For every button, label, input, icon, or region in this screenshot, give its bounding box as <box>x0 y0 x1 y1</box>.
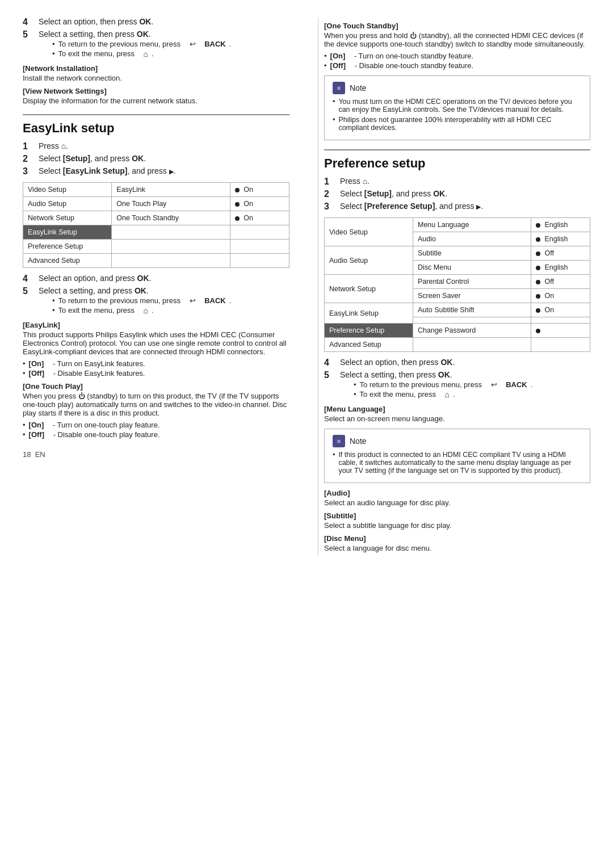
easylink-text: This product supports Philips Easylink w… <box>23 330 289 356</box>
easylink-off: [Off] - Disable EasyLink features. <box>23 369 289 378</box>
pref-step2-num: 2 <box>324 189 335 199</box>
home-icon <box>144 49 148 58</box>
table-row: Network Setup Parental Control Off <box>325 275 590 289</box>
home-icon-2 <box>61 141 66 150</box>
disc-menu-label: [Disc Menu] <box>324 534 590 543</box>
sub-step-back-2: To return to the previous menu, press BA… <box>52 296 289 305</box>
audio-label: [Audio] <box>324 489 590 497</box>
preference-menu-table: Video Setup Menu Language English Audio … <box>324 217 590 352</box>
sub-steps-2: To return to the previous menu, press BA… <box>52 296 289 315</box>
network-installation-text: Install the network connection. <box>23 74 289 82</box>
table-row: Audio Setup Subtitle Off <box>325 246 590 261</box>
table-row: Network Setup One Touch Standby On <box>23 211 289 225</box>
menu-language-label: [Menu Language] <box>324 405 590 413</box>
arrow-right-icon <box>169 166 174 175</box>
view-network-text: Display the information for the current … <box>23 97 289 105</box>
el-step1-num: 1 <box>23 141 34 152</box>
divider-easylink <box>23 114 289 115</box>
easylink-options: [On] - Turn on EasyLink features. [Off] … <box>23 359 289 378</box>
sub-step-home-pref: To exit the menu, press . <box>354 390 590 399</box>
right-column: [One Touch Standby] When you press and h… <box>318 17 590 556</box>
table-row: Preference Setup Change Password <box>325 324 590 338</box>
easylink-steps2: 4 Select an option, and press OK. 5 Sele… <box>23 274 289 316</box>
arrow-right-icon-2 <box>476 202 481 211</box>
table-row: Advanced Setup <box>325 338 590 352</box>
pref2-step5-num: 5 <box>324 370 335 400</box>
note-item: You must turn on the HDMI CEC operations… <box>333 98 582 114</box>
note-icon-2: ≡ <box>333 435 345 447</box>
one-touch-play-options: [On] - Turn on one-touch play feature. [… <box>23 421 289 439</box>
one-touch-play-label: [One Touch Play] <box>23 382 289 391</box>
left-column: 4 Select an option, then press OK. 5 Sel… <box>23 17 295 556</box>
ots-label: [One Touch Standby] <box>324 22 590 30</box>
otp-on: [On] - Turn on one-touch play feature. <box>23 421 289 429</box>
pref2-step4-num: 4 <box>324 358 335 368</box>
power-icon <box>78 392 85 400</box>
note-list-1: You must turn on the HDMI CEC operations… <box>333 98 582 132</box>
home-icon-3 <box>144 306 148 315</box>
back-icon-4 <box>491 380 497 389</box>
el2-step5-num: 5 <box>23 286 34 316</box>
preference-title: Preference setup <box>324 156 590 171</box>
easylink-label: [EasyLink] <box>23 321 289 329</box>
easylink-menu-table: Video Setup EasyLink On Audio Setup One … <box>23 182 289 268</box>
table-row: EasyLink Setup <box>23 225 289 240</box>
note-item: Philips does not guarantee 100% interope… <box>333 116 582 132</box>
view-network-label: [View Network Settings] <box>23 87 289 95</box>
ots-on: [On] - Turn on one-touch standby feature… <box>324 52 590 60</box>
el2-step4-num: 4 <box>23 274 34 284</box>
note-box-2: ≡ Note If this product is connected to a… <box>324 429 590 483</box>
ots-off: [Off] - Disable one-touch standby featur… <box>324 61 590 70</box>
home-icon-4 <box>363 177 367 186</box>
one-touch-play-text: When you press (standby) to turn on this… <box>23 392 289 417</box>
sub-step-back: To return to the previous menu, press BA… <box>52 40 289 48</box>
preference-steps: 1 Press . 2 Select [Setup], and press OK… <box>324 177 590 212</box>
subtitle-text: Select a subtitle language for disc play… <box>324 521 590 530</box>
sub-step-home-2: To exit the menu, press . <box>52 306 289 315</box>
power-icon-2 <box>410 31 417 40</box>
back-icon <box>190 40 196 48</box>
ots-text: When you press and hold (standby), all t… <box>324 31 590 48</box>
page-number: 18 EN <box>23 450 289 459</box>
divider-preference <box>324 149 590 150</box>
note-list-2: If this product is connected to an HDMI … <box>333 451 582 475</box>
el-step3-num: 3 <box>23 166 34 177</box>
home-icon-5 <box>445 390 450 399</box>
back-icon-3 <box>190 296 196 305</box>
table-row: Audio Setup One Touch Play On <box>23 197 289 211</box>
sub-steps: To return to the previous menu, press BA… <box>52 40 289 58</box>
easylink-on: [On] - Turn on EasyLink features. <box>23 359 289 368</box>
sub-step-back-pref: To return to the previous menu, press BA… <box>354 380 590 389</box>
step-num-5: 5 <box>23 30 34 60</box>
table-row: Video Setup Menu Language English <box>325 218 590 232</box>
note-box-1: ≡ Note You must turn on the HDMI CEC ope… <box>324 76 590 140</box>
pref-step1-num: 1 <box>324 177 335 187</box>
sub-step-home: To exit the menu, press . <box>52 49 289 58</box>
table-row: EasyLink Setup Auto Subtitle Shift On <box>325 303 590 317</box>
audio-text: Select an audio language for disc play. <box>324 498 590 507</box>
el-step2-num: 2 <box>23 154 34 164</box>
note-item-2: If this product is connected to an HDMI … <box>333 451 582 475</box>
table-row: Video Setup EasyLink On <box>23 183 289 197</box>
note-icon-1: ≡ <box>333 82 345 94</box>
ots-options: [On] - Turn on one-touch standby feature… <box>324 52 590 70</box>
easylink-steps: 1 Press . 2 Select [Setup], and press OK… <box>23 141 289 177</box>
disc-menu-text: Select a language for disc menu. <box>324 544 590 552</box>
top-steps: 4 Select an option, then press OK. 5 Sel… <box>23 17 289 60</box>
menu-language-text: Select an on-screen menu language. <box>324 414 590 423</box>
sub-steps-pref: To return to the previous menu, press BA… <box>354 380 590 399</box>
note-header-1: ≡ Note <box>333 82 582 94</box>
preference-steps2: 4 Select an option, then press OK. 5 Sel… <box>324 358 590 400</box>
note-header-2: ≡ Note <box>333 435 582 447</box>
otp-off: [Off] - Disable one-touch play feature. <box>23 430 289 439</box>
network-installation-label: [Network Installation] <box>23 64 289 73</box>
step-num-4: 4 <box>23 17 34 27</box>
easylink-title: EasyLink setup <box>23 121 289 136</box>
subtitle-label: [Subtitle] <box>324 511 590 520</box>
pref-step3-num: 3 <box>324 202 335 212</box>
table-row: Advanced Setup <box>23 254 289 268</box>
table-row: Preference Setup <box>23 240 289 254</box>
